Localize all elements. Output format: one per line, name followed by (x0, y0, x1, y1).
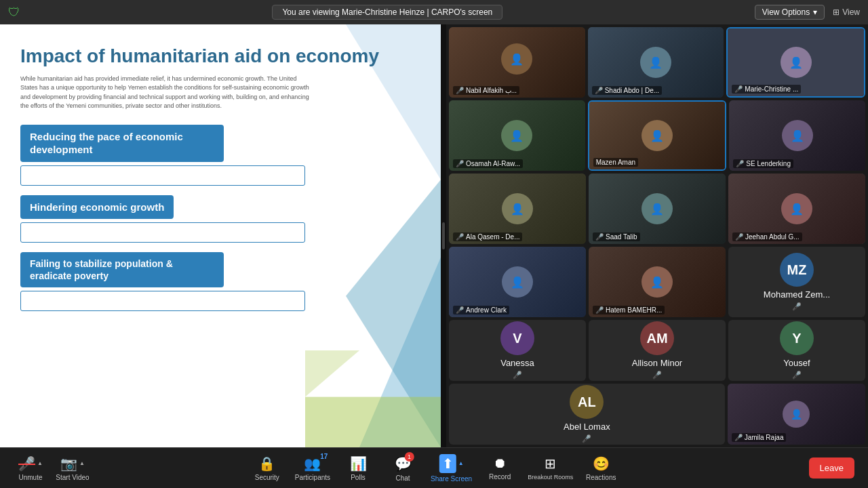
participant-marie-christine-label: 🎤 Marie-Christine ... (732, 85, 801, 94)
participant-mohamed-zem-mute: 🎤 (792, 302, 802, 311)
slide-bullet-1-empty (20, 165, 305, 186)
chevron-down-icon: ▾ (813, 7, 817, 17)
participant-yousef[interactable]: Y Yousef 🎤 (728, 320, 865, 381)
polls-label: Polls (351, 474, 366, 481)
video-row-2: 👤 🎤 Osamah Al-Raw... 👤 Mazen Aman (449, 100, 865, 171)
participant-abel-lomax-name: Abel Lomax (564, 422, 610, 432)
participants-button[interactable]: 👥 17 Participants (295, 455, 330, 481)
mic-off-icon: 🎤 (595, 87, 603, 94)
participant-vanessa[interactable]: V Vanessa 🎤 (449, 320, 586, 381)
participant-nabil-label: 🎤 Nabil Alfakih ب... (453, 86, 519, 95)
participant-ala-qasem[interactable]: 👤 🎤 Ala Qasem - De... (449, 174, 586, 244)
reactions-icon: 😊 (593, 455, 610, 472)
participant-mazen-label: Mazen Aman (593, 158, 638, 167)
video-camera-icon: 📷 (60, 455, 77, 472)
polls-icon: 📊 (350, 455, 367, 472)
participant-osamah[interactable]: 👤 🎤 Osamah Al-Raw... (449, 100, 585, 171)
participant-allison-minor-name: Allison Minor (632, 358, 682, 368)
breakout-rooms-button[interactable]: ⊞ Breakout Rooms (528, 455, 573, 481)
presentation-panel: Impact of humanitarian aid on economy Wh… (0, 24, 441, 447)
chat-button[interactable]: 💬 1 Chat (386, 455, 420, 482)
participant-andrew-clark-label: 🎤 Andrew Clark (453, 306, 509, 314)
screen-share-notification: You are viewing Marie-Christine Heinze |… (272, 5, 502, 20)
toolbar-center: 🔒 Security 👥 17 Participants 📊 Polls 💬 1… (250, 454, 618, 483)
video-row-4: 👤 🎤 Andrew Clark 👤 🎤 Hatem BAMEHR... (449, 247, 865, 317)
slide-content: Impact of humanitarian aid on economy Wh… (0, 24, 441, 447)
start-video-label: Start Video (56, 474, 89, 481)
mic-icon: 🎤 (18, 455, 35, 472)
participant-osamah-label: 🎤 Osamah Al-Raw... (453, 159, 523, 168)
participants-label: Participants (295, 474, 330, 481)
participant-saad-talib[interactable]: 👤 🎤 Saad Talib (589, 174, 726, 244)
participant-jamila-rajaa[interactable]: 👤 🎤 Jamila Rajaa (728, 384, 865, 445)
participant-jeehan-label: 🎤 Jeehan Abdul G... (732, 232, 802, 241)
video-row-3: 👤 🎤 Ala Qasem - De... 👤 🎤 Saad Talib (449, 174, 865, 244)
unmute-button[interactable]: 🎤 ▲ Unmute (14, 455, 47, 481)
video-chevron[interactable]: ▲ (79, 460, 85, 466)
slide-bullet-1-group: Reducing the pace of economic developmen… (20, 125, 420, 186)
mic-off-icon: 🎤 (456, 233, 464, 241)
split-handle-indicator (442, 222, 445, 249)
start-video-icon-group: 📷 ▲ (60, 455, 85, 472)
participants-icon: 👥 (304, 455, 321, 472)
share-screen-button[interactable]: ⬆ ▲ Share Screen (431, 454, 472, 483)
participant-jeehan[interactable]: 👤 🎤 Jeehan Abdul G... (728, 174, 865, 244)
polls-button[interactable]: 📊 Polls (341, 455, 375, 481)
leave-button[interactable]: Leave (809, 458, 854, 479)
participant-andrew-clark[interactable]: 👤 🎤 Andrew Clark (449, 247, 586, 317)
participant-mohamed-zem-name: Mohamed Zem... (764, 289, 830, 300)
participant-shadi-label: 🎤 Shadi Abdo | De... (592, 86, 662, 95)
slide-bullet-2-group: Hindering economic growth (20, 195, 420, 243)
slide-bullet-2-empty (20, 222, 305, 243)
mic-off-icon: 🎤 (595, 306, 604, 314)
slide-bullet-3-group: Failing to stabilize population & eradic… (20, 252, 420, 311)
security-icon: 🔒 (258, 455, 275, 472)
split-handle[interactable] (441, 24, 446, 447)
toolbar-right: Leave (809, 458, 854, 479)
unmute-chevron[interactable]: ▲ (37, 460, 43, 466)
participant-nabil[interactable]: 👤 🎤 Nabil Alfakih ب... (449, 27, 585, 98)
participant-hatem-label: 🎤 Hatem BAMEHR... (593, 306, 665, 314)
participant-marie-christine[interactable]: 👤 🎤 Marie-Christine ... (726, 27, 865, 98)
security-label: Security (255, 474, 279, 481)
mic-off-icon: 🎤 (734, 434, 743, 441)
grid-view-button[interactable]: ⊞ View (833, 7, 860, 17)
mic-off-icon: 🎤 (456, 87, 464, 94)
participant-jamila-rajaa-label: 🎤 Jamila Rajaa (732, 433, 787, 442)
participant-abel-lomax[interactable]: AL Abel Lomax 🎤 (449, 384, 725, 445)
participant-hatem[interactable]: 👤 🎤 Hatem BAMEHR... (589, 247, 726, 317)
participant-se-lenderking[interactable]: 👤 🎤 SE Lenderking (729, 100, 865, 171)
participant-yousef-mute: 🎤 (792, 371, 802, 380)
share-screen-chevron[interactable]: ▲ (458, 460, 464, 466)
slide-bullet-1: Reducing the pace of economic developmen… (20, 125, 224, 162)
participant-allison-minor[interactable]: AM Allison Minor 🎤 (589, 320, 726, 381)
participant-abel-avatar: AL (570, 385, 604, 419)
unmute-icon-group: 🎤 ▲ (18, 455, 43, 472)
participant-yousef-avatar: Y (780, 321, 814, 355)
record-button[interactable]: ⏺ Record (483, 455, 517, 481)
participant-vanessa-name: Vanessa (500, 358, 534, 368)
participant-saad-talib-label: 🎤 Saad Talib (593, 232, 640, 241)
mic-off-icon: 🎤 (734, 85, 743, 93)
grid-icon: ⊞ (833, 7, 840, 17)
reactions-button[interactable]: 😊 Reactions (584, 455, 618, 481)
chat-label: Chat (395, 474, 410, 482)
top-bar: 🛡 You are viewing Marie-Christine Heinze… (0, 0, 868, 24)
slide-bullet-3-empty (20, 291, 305, 311)
start-video-button[interactable]: 📷 ▲ Start Video (56, 455, 90, 481)
slide-bullet-3: Failing to stabilize population & eradic… (20, 252, 224, 287)
view-options-button[interactable]: View Options ▾ (755, 5, 825, 20)
breakout-rooms-icon: ⊞ (545, 455, 556, 472)
mic-off-icon: 🎤 (736, 160, 744, 167)
participant-ala-qasem-label: 🎤 Ala Qasem - De... (453, 232, 522, 241)
share-screen-icon-group: ⬆ ▲ (439, 454, 464, 473)
participants-count-badge: 17 (320, 453, 328, 460)
chat-badge: 1 (405, 452, 414, 462)
unmute-label: Unmute (18, 474, 42, 481)
participant-yousef-name: Yousef (783, 358, 810, 368)
mic-off-icon: 🎤 (595, 233, 604, 241)
participant-mazen[interactable]: 👤 Mazen Aman (588, 100, 727, 171)
participant-mohamed-zem[interactable]: MZ Mohamed Zem... 🎤 (728, 247, 865, 317)
participant-shadi[interactable]: 👤 🎤 Shadi Abdo | De... (588, 27, 724, 98)
security-button[interactable]: 🔒 Security (250, 455, 284, 481)
